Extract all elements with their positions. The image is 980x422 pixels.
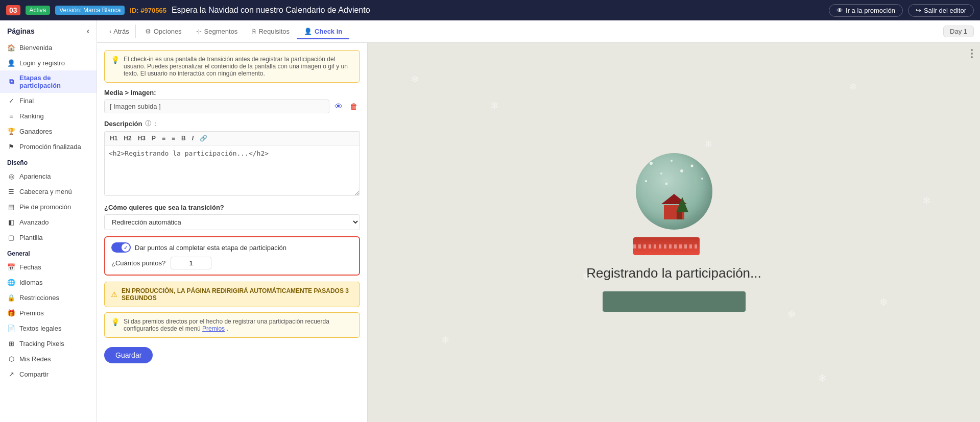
snowflake-5: ❄ (441, 334, 450, 346)
tab-segmentos[interactable]: ⊹ Segmentos (189, 24, 245, 39)
segments-icon: ⊹ (196, 28, 202, 35)
points-toggle[interactable] (111, 242, 131, 253)
sidebar-item-plantilla[interactable]: ▢ Plantilla (0, 230, 97, 245)
globe-circle (636, 153, 712, 230)
image-filename: [ Imagen subida ] (104, 100, 329, 113)
sidebar-item-final[interactable]: ✓ Final (0, 93, 97, 108)
sidebar-item-fechas[interactable]: 📅 Fechas (0, 259, 97, 275)
share-icon: ↗ (7, 370, 15, 378)
snowflake-1: ❄ (411, 73, 419, 85)
globe-house (659, 194, 689, 219)
svg-point-6 (701, 178, 703, 180)
calendar-icon: 📅 (7, 263, 15, 271)
split-pane: 💡 El check-in es una pantalla de transic… (97, 43, 980, 422)
info-box: 💡 El check-in es una pantalla de transic… (104, 50, 360, 83)
points-toggle-label: Dar puntos al completar esta etapa de pa… (135, 244, 286, 252)
network-icon: ⬡ (7, 355, 15, 363)
view-image-button[interactable]: 👁 (332, 100, 345, 113)
link-btn[interactable]: 🔗 (198, 134, 209, 143)
eye-icon: 👁 (836, 7, 843, 14)
sidebar-item-mis-redes[interactable]: ⬡ Mis Redes (0, 351, 97, 366)
more-options-btn[interactable] (971, 49, 973, 58)
sidebar-item-textos-legales[interactable]: 📄 Textos legales (0, 320, 97, 336)
sidebar-item-restricciones[interactable]: 🔒 Restricciones (0, 290, 97, 305)
sidebar-item-premios[interactable]: 🎁 Premios (0, 305, 97, 320)
points-row: ¿Cuántos puntos? 1 (111, 257, 353, 269)
sidebar-item-pie[interactable]: ▤ Pie de promoción (0, 199, 97, 214)
h2-btn[interactable]: H2 (122, 134, 133, 143)
exit-editor-button[interactable]: ↪ Salir del editor (908, 4, 974, 17)
points-input[interactable]: 1 (171, 257, 211, 269)
snowflake-8: ❄ (787, 308, 796, 320)
h1-btn[interactable]: H1 (108, 134, 119, 143)
sidebar-item-compartir[interactable]: ↗ Compartir (0, 366, 97, 382)
sidebar-pages-title: Páginas (7, 27, 35, 35)
points-box: Dar puntos al completar esta etapa de pa… (104, 236, 360, 276)
svg-point-2 (690, 165, 693, 167)
bold-btn[interactable]: B (179, 134, 188, 143)
home-icon: 🏠 (7, 43, 15, 52)
info-circle-icon: ⓘ (145, 119, 151, 128)
main-content: ‹ Atrás ⚙ Opciones ⊹ Segmentos ⎘ Requisi… (97, 20, 980, 422)
design-section-label: Diseño (0, 154, 97, 168)
prizes-box: 💡 Si das premios directos por el hecho d… (104, 312, 360, 338)
preview-content: Registrando la participación... (586, 153, 761, 312)
prizes-link[interactable]: Premios (202, 325, 225, 332)
info-icon: 💡 (111, 56, 119, 77)
sidebar-item-idiomas[interactable]: 🌐 Idiomas (0, 275, 97, 290)
sidebar-collapse-btn[interactable]: ‹ (87, 27, 89, 36)
save-button[interactable]: Guardar (104, 347, 153, 363)
trophy-icon: 🏆 (7, 127, 15, 135)
pixel-icon: ⊞ (7, 339, 15, 347)
transition-label: ¿Cómo quieres que sea la transición? (104, 204, 360, 211)
ol-btn[interactable]: ≡ (170, 134, 177, 143)
sidebar-item-ganadores[interactable]: 🏆 Ganadores (0, 123, 97, 139)
sidebar-header: Páginas ‹ (0, 20, 97, 40)
svg-point-4 (680, 169, 683, 172)
snowflake-10: ❄ (818, 372, 827, 384)
layers-icon: ⧉ (7, 78, 15, 86)
tab-opciones[interactable]: ⚙ Opciones (138, 24, 189, 39)
sidebar-item-etapas[interactable]: ⧉ Etapas de participación (0, 70, 97, 93)
snowflake-4: ❄ (849, 81, 857, 93)
globe-stripe-1 (633, 244, 700, 249)
house-door (677, 212, 682, 219)
house-tree (676, 197, 688, 212)
sidebar-item-ranking[interactable]: ≡ Ranking (0, 108, 97, 123)
legal-icon: 📄 (7, 324, 15, 332)
snowflake-9: ❄ (922, 194, 931, 207)
svg-point-7 (665, 183, 667, 185)
back-arrow-icon: ‹ (109, 28, 111, 35)
sidebar-item-cabecera[interactable]: ☰ Cabecera y menú (0, 184, 97, 199)
transition-select[interactable]: Redirección automática (104, 214, 360, 230)
footer-icon: ▤ (7, 203, 15, 211)
sidebar-item-tracking-pixels[interactable]: ⊞ Tracking Pixels (0, 336, 97, 351)
tab-checkin[interactable]: 👤 Check in (297, 24, 349, 39)
points-toggle-row: Dar puntos al completar esta etapa de pa… (111, 242, 353, 253)
template-icon: ▢ (7, 233, 15, 241)
ul-btn[interactable]: ≡ (160, 134, 168, 143)
sidebar-item-avanzado[interactable]: ◧ Avanzado (0, 214, 97, 230)
general-section-label: General (0, 245, 97, 259)
exit-icon: ↪ (916, 7, 921, 14)
snowflake-2: ❄ (490, 100, 499, 112)
svg-point-1 (671, 160, 673, 162)
tab-requisitos[interactable]: ⎘ Requisitos (245, 24, 297, 39)
preview-panel: ❄ ❄ ❄ ❄ ❄ ❄ ❄ ❄ ❄ ❄ (368, 43, 980, 422)
description-textarea[interactable]: <h2>Registrando la participación...</h2> (104, 145, 360, 196)
checkin-icon: 👤 (304, 28, 312, 35)
sidebar-item-promo-finalizada[interactable]: ⚑ Promoción finalizada (0, 139, 97, 154)
p-btn[interactable]: P (150, 134, 158, 143)
user-icon: 👤 (7, 59, 15, 67)
req-icon: ⎘ (252, 28, 256, 35)
gift-icon: 🎁 (7, 309, 15, 317)
sidebar-item-bienvenida[interactable]: 🏠 Bienvenida (0, 40, 97, 55)
sidebar-item-apariencia[interactable]: ◎ Apariencia (0, 168, 97, 184)
sidebar-pages-section: 🏠 Bienvenida 👤 Login y registro ⧉ Etapas… (0, 40, 97, 154)
h3-btn[interactable]: H3 (136, 134, 148, 143)
goto-promo-button[interactable]: 👁 Ir a la promoción (829, 4, 903, 17)
delete-image-button[interactable]: 🗑 (348, 100, 360, 113)
italic-btn[interactable]: I (190, 134, 196, 143)
back-button[interactable]: ‹ Atrás (103, 24, 136, 38)
sidebar-item-login[interactable]: 👤 Login y registro (0, 55, 97, 70)
